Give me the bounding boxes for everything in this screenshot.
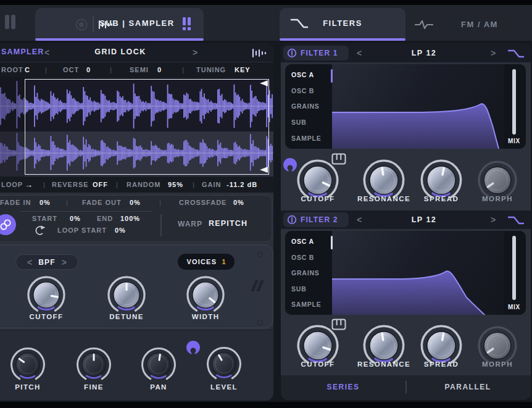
end-value[interactable]: 100% xyxy=(120,215,140,222)
pitch-knob[interactable] xyxy=(9,346,46,383)
top-black-strip xyxy=(0,0,532,5)
pitch-label: PITCH xyxy=(0,383,65,391)
parallel-tab[interactable]: PARALLEL xyxy=(431,383,505,391)
reverse-value[interactable]: OFF xyxy=(93,181,108,188)
filter2-slope-icon[interactable] xyxy=(507,215,525,225)
pre-start-shade xyxy=(0,77,25,177)
oct-value[interactable]: 0 xyxy=(86,66,91,73)
sampler-grains-icon xyxy=(183,17,193,31)
sampler-cutoff-knob[interactable] xyxy=(26,275,67,315)
filter2-input-indicator xyxy=(331,236,333,249)
voices-value[interactable]: 1 xyxy=(222,258,225,265)
fm-am-tab-label: FM / AM xyxy=(443,20,517,29)
fade-in-label: FADE IN xyxy=(0,199,31,206)
filter1-power-button[interactable] xyxy=(287,48,297,58)
sample-wave-icon[interactable] xyxy=(252,48,268,59)
filter1-input-osc-b[interactable]: OSC B xyxy=(291,87,314,94)
filter1-input-grains[interactable]: GRAINS xyxy=(291,102,320,110)
filter2-input-sub[interactable]: SUB xyxy=(291,285,307,293)
filter1-curve xyxy=(332,64,504,149)
pause-button[interactable] xyxy=(5,15,20,31)
voices-pill[interactable]: VOICES 1 xyxy=(178,254,235,270)
filter1-mix-slider[interactable] xyxy=(512,69,516,135)
root-value[interactable]: C xyxy=(25,66,30,73)
filter1-name: FILTER 1 xyxy=(301,49,338,57)
crossfade-label: CROSSFADE xyxy=(179,199,227,206)
filter2-input-sample[interactable]: SAMPLE xyxy=(291,301,322,308)
filter2-mix-slider[interactable] xyxy=(512,236,516,300)
preset-name[interactable]: GRID LOCK xyxy=(83,48,157,56)
marker-top[interactable] xyxy=(260,80,268,86)
filter2-input-grains[interactable]: GRAINS xyxy=(291,269,320,277)
reverse-label: REVERSE xyxy=(52,181,89,188)
filter1-prev-type[interactable]: < xyxy=(357,49,362,57)
gain-value[interactable]: -11.2 dB xyxy=(227,181,257,188)
series-tab[interactable]: SERIES xyxy=(306,383,380,391)
sampler-detune-label: DETUNE xyxy=(89,313,164,320)
start-value[interactable]: 0% xyxy=(70,215,81,222)
sampler-title: SAMPLER xyxy=(1,48,44,56)
waveform-display[interactable] xyxy=(0,77,273,177)
screw xyxy=(257,252,263,257)
crossfade-value[interactable]: 0% xyxy=(233,199,244,206)
pan-knob[interactable] xyxy=(140,346,177,383)
sampler-width-knob[interactable] xyxy=(185,275,226,315)
filter-type-selector[interactable]: < BPF > xyxy=(15,254,78,270)
filter2-keytrack-icon[interactable] xyxy=(331,318,346,330)
pause-icon xyxy=(5,15,9,29)
filter2-display[interactable]: OSC A OSC B GRAINS SUB SAMPLE MIX xyxy=(285,231,526,315)
fine-label: FINE xyxy=(57,383,131,391)
marker-bottom[interactable] xyxy=(260,167,268,173)
filter1-keytrack-icon[interactable] xyxy=(331,153,346,165)
fine-knob[interactable] xyxy=(75,346,112,383)
next-filter-type[interactable]: > xyxy=(62,258,67,267)
random-label: RANDOM xyxy=(127,181,161,188)
random-value[interactable]: 95% xyxy=(168,181,183,188)
loop-start-value[interactable]: 0% xyxy=(115,227,126,234)
separator: | xyxy=(193,181,194,188)
warp-mode[interactable]: REPITCH xyxy=(209,219,247,228)
screw xyxy=(257,320,263,325)
fade-out-value[interactable]: 0% xyxy=(130,199,141,206)
sub-sampler-tab[interactable]: SUB | SAMPLER xyxy=(35,8,204,38)
filter1-input-sub[interactable]: SUB xyxy=(291,119,307,126)
separator: | xyxy=(43,181,45,188)
sampler-detune-knob[interactable] xyxy=(106,275,147,315)
loop-start-label: LOOP START xyxy=(57,227,107,234)
filters-tab-underline xyxy=(280,38,405,41)
filter2-type[interactable]: LP 12 xyxy=(387,215,461,224)
sample-frame xyxy=(25,79,269,175)
semi-value[interactable]: 0 xyxy=(157,66,162,73)
sampler-cutoff-label: CUTOFF xyxy=(9,313,83,320)
filter2-input-osc-a[interactable]: OSC A xyxy=(291,238,314,245)
filter2-prev-type[interactable]: < xyxy=(357,215,362,224)
filter2-mix-label: MIX xyxy=(502,304,526,310)
filter1-input-sample[interactable]: SAMPLE xyxy=(291,135,322,142)
level-mod-icon[interactable] xyxy=(186,340,201,355)
fm-am-tab[interactable]: FM / AM xyxy=(405,8,532,41)
end-label: END xyxy=(97,215,113,222)
tuning-value[interactable]: KEY xyxy=(235,66,251,73)
filter2-next-type[interactable]: > xyxy=(491,215,496,224)
pulse-wave-icon xyxy=(415,19,433,30)
fade-out-label: FADE OUT xyxy=(82,199,122,206)
filter1-slope-icon[interactable] xyxy=(507,49,525,59)
level-knob[interactable] xyxy=(206,346,243,383)
filters-tab[interactable]: FILTERS xyxy=(280,8,405,38)
filter1-next-type[interactable]: > xyxy=(491,49,496,57)
prev-preset-button[interactable]: < xyxy=(44,48,49,57)
filter2-power-button[interactable] xyxy=(287,215,297,225)
pan-label: PAN xyxy=(122,383,196,391)
fade-divider xyxy=(20,211,152,212)
semi-label: SEMI xyxy=(130,66,149,73)
filter1-input-osc-a[interactable]: OSC A xyxy=(291,71,314,78)
prev-filter-type[interactable]: < xyxy=(27,258,32,267)
filter1-display[interactable]: OSC A OSC B GRAINS SUB SAMPLE MIX xyxy=(285,64,526,149)
filter1-type[interactable]: LP 12 xyxy=(387,49,461,57)
loop-direction[interactable]: → xyxy=(25,180,33,189)
gain-label: GAIN xyxy=(202,181,222,188)
fade-in-value[interactable]: 0% xyxy=(39,199,51,206)
loop-start-icon[interactable] xyxy=(33,225,46,236)
filter2-input-osc-b[interactable]: OSC B xyxy=(291,254,314,261)
next-preset-button[interactable]: > xyxy=(193,48,197,57)
